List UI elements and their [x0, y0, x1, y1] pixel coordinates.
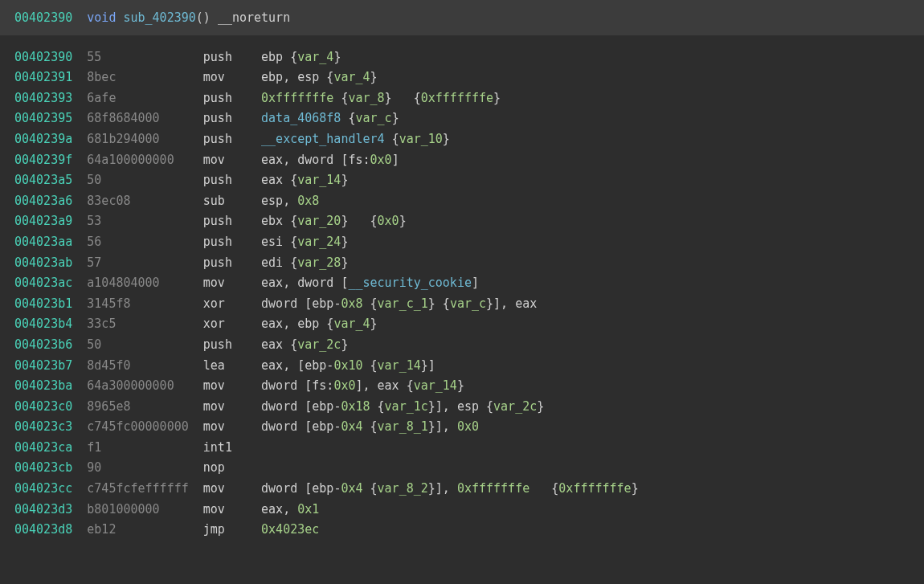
- operand-num[interactable]: 0x0: [370, 153, 392, 167]
- operand-var[interactable]: var_10: [399, 132, 443, 146]
- operand-brace: }: [399, 214, 407, 228]
- asm-row[interactable]: 004023b4 33c5 xor eax, ebp {var_4}: [14, 314, 910, 335]
- operand-num[interactable]: 0x4023ec: [261, 522, 319, 537]
- asm-row[interactable]: 004023d3 b801000000 mov eax, 0x1: [14, 500, 910, 521]
- address[interactable]: 00402390: [14, 50, 87, 64]
- asm-row[interactable]: 0040239a 681b294000 push __except_handle…: [14, 129, 910, 150]
- operand-var[interactable]: var_c_1: [378, 296, 428, 311]
- operand-sym[interactable]: data_4068f8: [261, 111, 341, 125]
- operand-punct: ]: [428, 358, 435, 373]
- asm-row[interactable]: 004023a6 83ec08 sub esp, 0x8: [14, 191, 910, 212]
- operand-var[interactable]: var_4: [333, 70, 370, 84]
- operand-num[interactable]: 0xfffffffe: [457, 481, 529, 496]
- operand-sym[interactable]: __security_cookie: [348, 276, 472, 290]
- operand-reg: ebp: [297, 317, 319, 331]
- operand-var[interactable]: var_4: [297, 50, 333, 64]
- address[interactable]: 004023cb: [14, 460, 87, 475]
- operand-var[interactable]: var_8_2: [378, 481, 428, 496]
- asm-row[interactable]: 004023a5 50 push eax {var_14}: [14, 170, 910, 191]
- operand-brace: {: [486, 399, 493, 414]
- operand-num[interactable]: 0xfffffffe: [421, 91, 493, 105]
- asm-row[interactable]: 00402391 8bec mov ebp, esp {var_4}: [14, 67, 910, 88]
- operand-brace: {: [290, 255, 297, 270]
- asm-row[interactable]: 00402393 6afe push 0xfffffffe {var_8} {0…: [14, 88, 910, 109]
- address[interactable]: 004023b6: [14, 337, 87, 352]
- operand-num[interactable]: 0xfffffffe: [261, 91, 333, 105]
- asm-row[interactable]: 004023cc c745fcfeffffff mov dword [ebp-0…: [14, 479, 910, 500]
- operand-var[interactable]: var_8_1: [378, 419, 428, 434]
- asm-row[interactable]: 004023ab 57 push edi {var_28}: [14, 253, 910, 274]
- asm-row[interactable]: 004023ac a104804000 mov eax, dword [__se…: [14, 273, 910, 294]
- address[interactable]: 004023cc: [14, 481, 87, 496]
- address[interactable]: 004023a9: [14, 214, 87, 228]
- address[interactable]: 004023a5: [14, 173, 87, 187]
- address[interactable]: 0040239f: [14, 153, 87, 167]
- operand-num[interactable]: 0x0: [457, 419, 479, 434]
- address[interactable]: 004023b7: [14, 358, 87, 373]
- function-name[interactable]: sub_402390: [123, 10, 195, 25]
- operand-var[interactable]: var_4: [333, 317, 370, 331]
- address[interactable]: 00402395: [14, 111, 87, 125]
- bytes: a104804000: [87, 276, 203, 290]
- operand-num[interactable]: 0x8: [341, 296, 362, 311]
- operand-num[interactable]: 0x10: [333, 358, 362, 373]
- address[interactable]: 00402391: [14, 70, 87, 84]
- asm-row[interactable]: 004023b6 50 push eax {var_2c}: [14, 335, 910, 356]
- operand-num[interactable]: 0xfffffffe: [558, 481, 631, 496]
- operand-sym[interactable]: __except_handler4: [261, 132, 385, 146]
- operand-var[interactable]: var_2c: [493, 399, 537, 414]
- operand-var[interactable]: var_8: [348, 91, 384, 105]
- asm-row[interactable]: 004023b1 3145f8 xor dword [ebp-0x8 {var_…: [14, 294, 910, 315]
- address[interactable]: 0040239a: [14, 132, 87, 146]
- operand-mem: dword: [297, 153, 341, 167]
- asm-row[interactable]: 00402390 55 push ebp {var_4}: [14, 47, 910, 68]
- address[interactable]: 004023d8: [14, 522, 87, 537]
- operand-var[interactable]: var_24: [297, 235, 341, 249]
- operand-var[interactable]: var_14: [378, 358, 421, 373]
- operand-num[interactable]: 0x1: [297, 502, 319, 517]
- address[interactable]: 004023c3: [14, 419, 87, 434]
- address[interactable]: 004023ab: [14, 255, 87, 270]
- asm-row[interactable]: 0040239f 64a100000000 mov eax, dword [fs…: [14, 150, 910, 171]
- operand-var[interactable]: var_20: [297, 214, 341, 228]
- operand-var[interactable]: var_14: [414, 378, 457, 393]
- address[interactable]: 004023b1: [14, 296, 87, 311]
- operand-brace: {: [290, 214, 297, 228]
- operand-num[interactable]: 0x8: [297, 194, 319, 208]
- mnemonic: push: [203, 214, 261, 228]
- address[interactable]: 004023c0: [14, 399, 87, 414]
- asm-row[interactable]: 004023d8 eb12 jmp 0x4023ec: [14, 520, 910, 541]
- operand-var[interactable]: var_1c: [385, 399, 428, 414]
- operand-var[interactable]: var_c: [450, 296, 486, 311]
- asm-row[interactable]: 004023ca f1 int1: [14, 438, 910, 459]
- operand-num[interactable]: 0x0: [333, 378, 355, 393]
- operand-var[interactable]: var_28: [297, 255, 341, 270]
- address[interactable]: 004023d3: [14, 502, 87, 517]
- address[interactable]: 004023ca: [14, 440, 87, 455]
- address[interactable]: 004023ba: [14, 378, 87, 393]
- operand-punct: [: [305, 296, 312, 311]
- operand-num[interactable]: 0x4: [341, 419, 362, 434]
- address[interactable]: 004023a6: [14, 194, 87, 208]
- asm-row[interactable]: 004023c0 8965e8 mov dword [ebp-0x18 {var…: [14, 397, 910, 418]
- asm-row[interactable]: 004023aa 56 push esi {var_24}: [14, 232, 910, 253]
- address[interactable]: 004023b4: [14, 317, 87, 331]
- asm-row[interactable]: 00402395 68f8684000 push data_4068f8 {va…: [14, 108, 910, 129]
- address[interactable]: 004023ac: [14, 276, 87, 290]
- mnemonic: mov: [203, 70, 261, 84]
- operand-mem: dword: [297, 276, 341, 290]
- asm-row[interactable]: 004023b7 8d45f0 lea eax, [ebp-0x10 {var_…: [14, 356, 910, 377]
- asm-row[interactable]: 004023a9 53 push ebx {var_20} {0x0}: [14, 211, 910, 232]
- address[interactable]: 004023aa: [14, 235, 87, 249]
- operand-num[interactable]: 0x18: [341, 399, 370, 414]
- asm-row[interactable]: 004023ba 64a300000000 mov dword [fs:0x0]…: [14, 376, 910, 397]
- operand-num[interactable]: 0x4: [341, 481, 362, 496]
- operand-var[interactable]: var_c: [355, 111, 391, 125]
- asm-row[interactable]: 004023cb 90 nop: [14, 458, 910, 479]
- operand-num[interactable]: 0x0: [378, 214, 399, 228]
- asm-row[interactable]: 004023c3 c745fc00000000 mov dword [ebp-0…: [14, 417, 910, 438]
- header-address[interactable]: 00402390: [14, 10, 72, 25]
- address[interactable]: 00402393: [14, 91, 87, 105]
- operand-var[interactable]: var_14: [297, 173, 341, 187]
- operand-var[interactable]: var_2c: [297, 337, 341, 352]
